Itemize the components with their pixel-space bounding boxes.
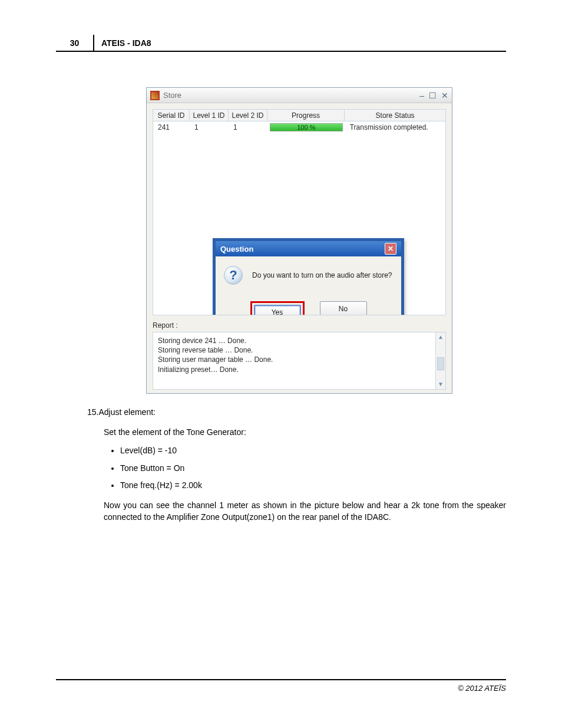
page-header: 30 ATEIS - IDA8 xyxy=(56,35,506,52)
question-message: Do you want to turn on the audio after s… xyxy=(252,271,392,279)
cell-serial: 241 xyxy=(153,121,190,133)
scroll-down-icon[interactable]: ▼ xyxy=(436,380,445,389)
minimize-icon[interactable]: – xyxy=(419,91,424,100)
store-window-titlebar[interactable]: Store – ☐ ✕ xyxy=(147,88,452,103)
step-heading: 15.Adjust element: xyxy=(87,407,506,419)
cell-progress: 100 % xyxy=(267,121,345,133)
scroll-track[interactable] xyxy=(436,342,445,380)
store-window-title: Store xyxy=(163,91,181,100)
list-item: Tone Button = On xyxy=(120,463,506,475)
col-store-status[interactable]: Store Status xyxy=(345,110,445,121)
bullet-list: Level(dB) = -10 Tone Button = On Tone fr… xyxy=(120,445,506,492)
close-icon[interactable]: ✕ xyxy=(441,91,448,100)
report-scrollbar[interactable]: ▲ ▼ xyxy=(435,332,445,389)
col-level2-id[interactable]: Level 2 ID xyxy=(229,110,267,121)
yes-button[interactable]: Yes xyxy=(254,305,301,315)
maximize-icon[interactable]: ☐ xyxy=(429,91,437,100)
app-icon xyxy=(150,91,160,100)
store-grid: Serial ID Level 1 ID Level 2 ID Progress… xyxy=(153,109,446,315)
store-window: Store – ☐ ✕ Serial ID Level 1 ID Level 2… xyxy=(146,87,452,394)
question-mark-icon: ? xyxy=(224,266,243,285)
cell-status: Transmission completed. xyxy=(345,121,445,133)
page-footer: © 2012 ATEÏS xyxy=(56,679,506,693)
col-serial-id[interactable]: Serial ID xyxy=(153,110,190,121)
report-box: Storing device 241 … Done. Storing rever… xyxy=(153,332,446,390)
col-progress[interactable]: Progress xyxy=(267,110,345,121)
report-line: Storing reverse table … Done. xyxy=(158,345,441,355)
list-item: Tone freq.(Hz) = 2.00k xyxy=(120,480,506,492)
progress-bar: 100 % xyxy=(270,123,343,131)
document-body: 15.Adjust element: Set the element of th… xyxy=(87,407,506,523)
step-paragraph: Now you can see the channel 1 meter as s… xyxy=(104,500,506,523)
question-title: Question xyxy=(220,245,253,253)
report-line: Storing user manager table … Done. xyxy=(158,355,441,364)
grid-header-row: Serial ID Level 1 ID Level 2 ID Progress… xyxy=(153,110,445,121)
step-intro: Set the element of the Tone Generator: xyxy=(104,427,506,439)
yes-button-highlight: Yes xyxy=(250,301,305,315)
report-label: Report : xyxy=(153,321,446,330)
page-number: 30 xyxy=(56,35,94,51)
scroll-thumb[interactable] xyxy=(437,357,444,370)
report-line: Storing device 241 … Done. xyxy=(158,336,441,345)
question-close-icon[interactable]: ✕ xyxy=(385,243,396,255)
cell-l2: 1 xyxy=(229,121,267,133)
col-level1-id[interactable]: Level 1 ID xyxy=(190,110,229,121)
scroll-up-icon[interactable]: ▲ xyxy=(436,332,445,342)
question-dialog: Question ✕ ? Do you want to turn on the … xyxy=(213,238,404,315)
no-button[interactable]: No xyxy=(320,301,367,315)
page-title: ATEIS - IDA8 xyxy=(101,38,151,48)
table-row[interactable]: 241 1 1 100 % Transmission completed. xyxy=(153,121,445,133)
copyright: © 2012 ATEÏS xyxy=(458,684,506,693)
cell-l1: 1 xyxy=(190,121,229,133)
question-titlebar[interactable]: Question ✕ xyxy=(216,241,401,256)
report-line: Initializing preset… Done. xyxy=(158,365,441,374)
list-item: Level(dB) = -10 xyxy=(120,445,506,457)
